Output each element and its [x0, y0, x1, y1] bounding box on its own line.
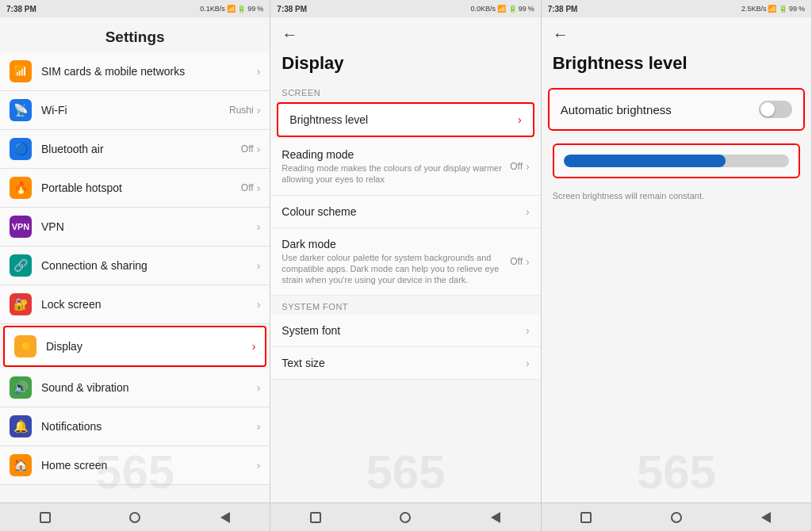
display-panel: 7:38 PM 0.0KB/s 📶 🔋 99% ← Display SCREEN…	[270, 0, 541, 531]
status-icons-3: 2.5KB/s 📶 🔋 99%	[741, 5, 805, 13]
sound-label: Sound & vibration	[41, 381, 257, 394]
system-font-text: System font	[282, 324, 526, 337]
dark-mode-item[interactable]: Dark mode Use darker colour palette for …	[270, 228, 540, 296]
nav-square-btn-2[interactable]	[307, 509, 324, 526]
homescreen-label: Home screen	[41, 459, 257, 472]
brightness-title: Brightness level	[542, 52, 811, 82]
brightness-panel: 7:38 PM 2.5KB/s 📶 🔋 99% ← Brightness lev…	[542, 0, 812, 531]
nav-circle-btn-1[interactable]	[126, 509, 144, 526]
nav-square-btn-1[interactable]	[36, 509, 54, 526]
status-bar-3: 7:38 PM 2.5KB/s 📶 🔋 99%	[542, 0, 811, 17]
nav-circle-btn-3[interactable]	[668, 509, 685, 526]
dark-mode-desc: Use darker colour palette for system bac…	[282, 252, 510, 286]
wifi-icon: 📡	[10, 99, 32, 121]
settings-item-vpn[interactable]: VPN VPN ›	[0, 208, 270, 246]
bluetooth-icon: 🔵	[10, 138, 32, 160]
wifi-label: Wi-Fi	[41, 104, 229, 117]
brightness-item-title: Brightness level	[289, 113, 518, 126]
settings-item-lockscreen[interactable]: 🔐 Lock screen ›	[0, 285, 270, 324]
settings-item-display[interactable]: ☀️ Display ›	[3, 326, 266, 367]
sim-label: SIM cards & mobile networks	[41, 65, 257, 78]
settings-item-homescreen[interactable]: 🏠 Home screen ›	[0, 446, 270, 485]
auto-brightness-option[interactable]: Automatic brightness	[548, 88, 805, 131]
nav-back-btn-3[interactable]	[757, 509, 775, 526]
brightness-header: ←	[542, 17, 811, 52]
colour-item[interactable]: Colour scheme ›	[270, 196, 540, 228]
settings-item-sim[interactable]: 📶 SIM cards & mobile networks ›	[0, 52, 270, 91]
lockscreen-icon: 🔐	[10, 293, 32, 315]
auto-brightness-toggle[interactable]	[759, 101, 792, 118]
nav-circle-btn-2[interactable]	[396, 509, 414, 526]
font-section-label: SYSTEM FONT	[270, 296, 540, 315]
toggle-knob	[760, 102, 775, 117]
time-1: 7:38 PM	[6, 5, 36, 13]
reading-item-desc: Reading mode makes the colours of your d…	[282, 162, 510, 185]
brightness-slider-track[interactable]	[564, 155, 789, 167]
reading-item[interactable]: Reading mode Reading mode makes the colo…	[270, 139, 540, 196]
vpn-label: VPN	[41, 220, 257, 233]
settings-item-sound[interactable]: 🔊 Sound & vibration ›	[0, 369, 270, 407]
dark-mode-item-text: Dark mode Use darker colour palette for …	[282, 238, 510, 286]
back-button-3[interactable]: ←	[553, 25, 569, 44]
reading-item-title: Reading mode	[282, 148, 510, 161]
reading-item-text: Reading mode Reading mode makes the colo…	[282, 148, 510, 185]
status-icons-2: 0.0KB/s 📶 🔋 99%	[471, 5, 534, 13]
nav-back-btn-1[interactable]	[216, 509, 234, 526]
colour-item-text: Colour scheme	[282, 205, 526, 218]
hotspot-label: Portable hotspot	[41, 181, 241, 194]
screen-section-label: SCREEN	[270, 82, 540, 101]
text-size-item[interactable]: Text size ›	[270, 347, 540, 380]
brightness-slider-container[interactable]	[553, 143, 800, 178]
settings-title: Settings	[0, 17, 270, 52]
notifications-icon: 🔔	[10, 415, 32, 437]
display-content: ← Display SCREEN Brightness level › Read…	[270, 17, 540, 502]
system-font-item[interactable]: System font ›	[270, 315, 540, 347]
display-icon: ☀️	[14, 335, 36, 357]
reading-value: Off	[510, 161, 523, 172]
display-label: Display	[46, 340, 252, 353]
display-header: ←	[270, 17, 540, 52]
time-2: 7:38 PM	[277, 5, 307, 13]
status-icons-1: 0.1KB/s 📶 🔋 99%	[200, 5, 263, 13]
brightness-chevron: ›	[518, 113, 522, 126]
bluetooth-value: Off	[241, 143, 254, 155]
dark-mode-title: Dark mode	[282, 238, 510, 250]
sound-icon: 🔊	[10, 376, 32, 399]
text-size-chevron: ›	[526, 357, 530, 369]
dark-mode-value: Off	[510, 256, 523, 267]
dark-mode-chevron: ›	[526, 255, 530, 268]
settings-item-hotspot[interactable]: 🔥 Portable hotspot Off ›	[0, 169, 270, 208]
status-bar-2: 7:38 PM 0.0KB/s 📶 🔋 99%	[270, 0, 540, 17]
hotspot-value: Off	[241, 182, 254, 193]
settings-list: 📶 SIM cards & mobile networks › 📡 Wi-Fi …	[0, 52, 270, 502]
settings-item-connection[interactable]: 🔗 Connection & sharing ›	[0, 246, 270, 285]
brightness-note: Screen brightness will remain constant.	[542, 185, 811, 207]
notifications-label: Notifications	[41, 420, 257, 433]
colour-chevron: ›	[526, 205, 530, 218]
lockscreen-label: Lock screen	[41, 298, 257, 311]
text-size-text: Text size	[282, 357, 526, 369]
system-font-title: System font	[282, 324, 526, 337]
display-title: Display	[270, 52, 540, 82]
nav-square-btn-3[interactable]	[577, 509, 595, 526]
brightness-item[interactable]: Brightness level ›	[277, 102, 534, 137]
text-size-title: Text size	[282, 357, 526, 369]
hotspot-icon: 🔥	[10, 177, 32, 199]
settings-item-bluetooth[interactable]: 🔵 Bluetooth air Off ›	[0, 130, 270, 169]
time-3: 7:38 PM	[548, 5, 578, 13]
settings-item-wifi[interactable]: 📡 Wi-Fi Rushi ›	[0, 91, 270, 130]
connection-icon: 🔗	[10, 254, 32, 277]
nav-back-btn-2[interactable]	[487, 509, 504, 526]
settings-item-notifications[interactable]: 🔔 Notifications ›	[0, 407, 270, 446]
bluetooth-label: Bluetooth air	[41, 143, 241, 155]
connection-label: Connection & sharing	[41, 259, 257, 272]
homescreen-icon: 🏠	[10, 454, 32, 476]
colour-item-title: Colour scheme	[282, 205, 526, 218]
back-button-2[interactable]: ←	[282, 25, 297, 44]
brightness-content: ← Brightness level Automatic brightness …	[542, 17, 811, 502]
brightness-item-text: Brightness level	[289, 113, 518, 126]
wifi-value: Rushi	[229, 105, 254, 116]
sim-icon: 📶	[10, 60, 32, 82]
vpn-icon: VPN	[10, 216, 32, 238]
brightness-slider-fill	[564, 155, 726, 167]
